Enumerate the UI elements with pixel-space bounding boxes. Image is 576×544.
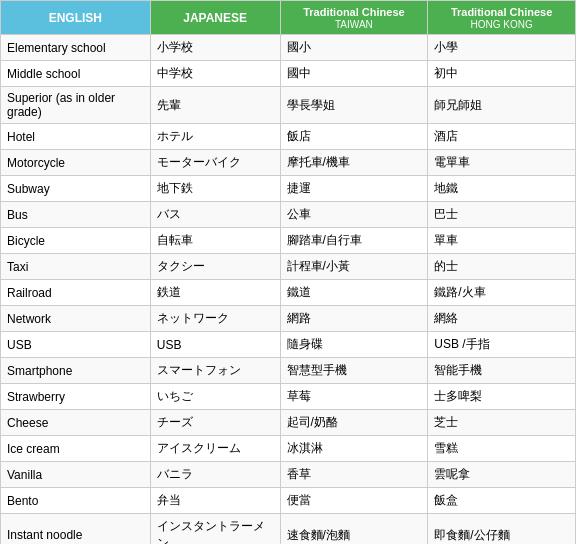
comparison-table: ENGLISH JAPANESE Traditional Chinese TAI… bbox=[0, 0, 576, 544]
header-tc-taiwan: Traditional Chinese TAIWAN bbox=[280, 1, 428, 35]
cell-taiwan: 國中 bbox=[280, 61, 428, 87]
cell-hongkong: 小學 bbox=[428, 35, 576, 61]
cell-english: Railroad bbox=[1, 280, 151, 306]
cell-japanese: インスタントラーメン bbox=[150, 514, 280, 545]
cell-taiwan: 飯店 bbox=[280, 124, 428, 150]
table-row: USBUSB隨身碟USB /手指 bbox=[1, 332, 576, 358]
cell-japanese: USB bbox=[150, 332, 280, 358]
header-tc-hongkong: Traditional Chinese HONG KONG bbox=[428, 1, 576, 35]
cell-japanese: 先輩 bbox=[150, 87, 280, 124]
cell-hongkong: 雲呢拿 bbox=[428, 462, 576, 488]
cell-taiwan: 草莓 bbox=[280, 384, 428, 410]
header-english: ENGLISH bbox=[1, 1, 151, 35]
cell-english: Strawberry bbox=[1, 384, 151, 410]
cell-hongkong: 飯盒 bbox=[428, 488, 576, 514]
cell-taiwan: 起司/奶酪 bbox=[280, 410, 428, 436]
cell-english: Network bbox=[1, 306, 151, 332]
cell-english: Subway bbox=[1, 176, 151, 202]
table-row: Bento弁当便當飯盒 bbox=[1, 488, 576, 514]
cell-japanese: 自転車 bbox=[150, 228, 280, 254]
cell-english: Bus bbox=[1, 202, 151, 228]
table-row: Hotelホテル飯店酒店 bbox=[1, 124, 576, 150]
table-row: Subway地下鉄捷運地鐵 bbox=[1, 176, 576, 202]
cell-hongkong: 單車 bbox=[428, 228, 576, 254]
cell-english: Hotel bbox=[1, 124, 151, 150]
table-row: Vanillaバニラ香草雲呢拿 bbox=[1, 462, 576, 488]
cell-japanese: いちご bbox=[150, 384, 280, 410]
cell-hongkong: 芝士 bbox=[428, 410, 576, 436]
cell-japanese: 中学校 bbox=[150, 61, 280, 87]
table-row: Elementary school小学校國小小學 bbox=[1, 35, 576, 61]
cell-english: Vanilla bbox=[1, 462, 151, 488]
table-row: Busバス公車巴士 bbox=[1, 202, 576, 228]
cell-taiwan: 隨身碟 bbox=[280, 332, 428, 358]
cell-taiwan: 網路 bbox=[280, 306, 428, 332]
cell-english: Motorcycle bbox=[1, 150, 151, 176]
cell-taiwan: 智慧型手機 bbox=[280, 358, 428, 384]
cell-japanese: バニラ bbox=[150, 462, 280, 488]
cell-hongkong: USB /手指 bbox=[428, 332, 576, 358]
cell-hongkong: 即食麵/公仔麵 bbox=[428, 514, 576, 545]
cell-japanese: バス bbox=[150, 202, 280, 228]
table-row: Smartphoneスマートフォン智慧型手機智能手機 bbox=[1, 358, 576, 384]
cell-hongkong: 初中 bbox=[428, 61, 576, 87]
cell-taiwan: 速食麵/泡麵 bbox=[280, 514, 428, 545]
cell-taiwan: 便當 bbox=[280, 488, 428, 514]
cell-english: Ice cream bbox=[1, 436, 151, 462]
cell-hongkong: 雪糕 bbox=[428, 436, 576, 462]
cell-hongkong: 巴士 bbox=[428, 202, 576, 228]
cell-english: USB bbox=[1, 332, 151, 358]
cell-taiwan: 冰淇淋 bbox=[280, 436, 428, 462]
cell-hongkong: 士多啤梨 bbox=[428, 384, 576, 410]
table-row: Networkネットワーク網路網絡 bbox=[1, 306, 576, 332]
table-row: Ice creamアイスクリーム冰淇淋雪糕 bbox=[1, 436, 576, 462]
cell-japanese: ホテル bbox=[150, 124, 280, 150]
cell-taiwan: 鐵道 bbox=[280, 280, 428, 306]
table-row: Taxiタクシー計程車/小黃的士 bbox=[1, 254, 576, 280]
table-row: Cheeseチーズ起司/奶酪芝士 bbox=[1, 410, 576, 436]
cell-hongkong: 的士 bbox=[428, 254, 576, 280]
cell-taiwan: 公車 bbox=[280, 202, 428, 228]
cell-hongkong: 網絡 bbox=[428, 306, 576, 332]
header-japanese: JAPANESE bbox=[150, 1, 280, 35]
cell-hongkong: 地鐵 bbox=[428, 176, 576, 202]
cell-taiwan: 捷運 bbox=[280, 176, 428, 202]
cell-english: Bicycle bbox=[1, 228, 151, 254]
cell-japanese: 弁当 bbox=[150, 488, 280, 514]
table-row: Railroad鉄道鐵道鐵路/火車 bbox=[1, 280, 576, 306]
table-row: Superior (as in older grade)先輩學長學姐師兄師姐 bbox=[1, 87, 576, 124]
cell-taiwan: 腳踏車/自行車 bbox=[280, 228, 428, 254]
cell-taiwan: 香草 bbox=[280, 462, 428, 488]
cell-english: Middle school bbox=[1, 61, 151, 87]
cell-hongkong: 電單車 bbox=[428, 150, 576, 176]
cell-hongkong: 師兄師姐 bbox=[428, 87, 576, 124]
cell-english: Instant noodle bbox=[1, 514, 151, 545]
cell-hongkong: 鐵路/火車 bbox=[428, 280, 576, 306]
table-row: Strawberryいちご草莓士多啤梨 bbox=[1, 384, 576, 410]
table-row: Bicycle自転車腳踏車/自行車單車 bbox=[1, 228, 576, 254]
cell-japanese: モーターバイク bbox=[150, 150, 280, 176]
cell-japanese: タクシー bbox=[150, 254, 280, 280]
cell-hongkong: 酒店 bbox=[428, 124, 576, 150]
table-row: Motorcycleモーターバイク摩托車/機車電單車 bbox=[1, 150, 576, 176]
cell-english: Cheese bbox=[1, 410, 151, 436]
cell-taiwan: 摩托車/機車 bbox=[280, 150, 428, 176]
cell-japanese: チーズ bbox=[150, 410, 280, 436]
cell-hongkong: 智能手機 bbox=[428, 358, 576, 384]
cell-taiwan: 計程車/小黃 bbox=[280, 254, 428, 280]
cell-english: Superior (as in older grade) bbox=[1, 87, 151, 124]
cell-japanese: スマートフォン bbox=[150, 358, 280, 384]
cell-taiwan: 學長學姐 bbox=[280, 87, 428, 124]
cell-english: Smartphone bbox=[1, 358, 151, 384]
cell-english: Elementary school bbox=[1, 35, 151, 61]
cell-japanese: アイスクリーム bbox=[150, 436, 280, 462]
table-row: Instant noodleインスタントラーメン速食麵/泡麵即食麵/公仔麵 bbox=[1, 514, 576, 545]
cell-taiwan: 國小 bbox=[280, 35, 428, 61]
cell-japanese: 小学校 bbox=[150, 35, 280, 61]
cell-japanese: ネットワーク bbox=[150, 306, 280, 332]
table-row: Middle school中学校國中初中 bbox=[1, 61, 576, 87]
cell-english: Bento bbox=[1, 488, 151, 514]
cell-english: Taxi bbox=[1, 254, 151, 280]
cell-japanese: 地下鉄 bbox=[150, 176, 280, 202]
cell-japanese: 鉄道 bbox=[150, 280, 280, 306]
